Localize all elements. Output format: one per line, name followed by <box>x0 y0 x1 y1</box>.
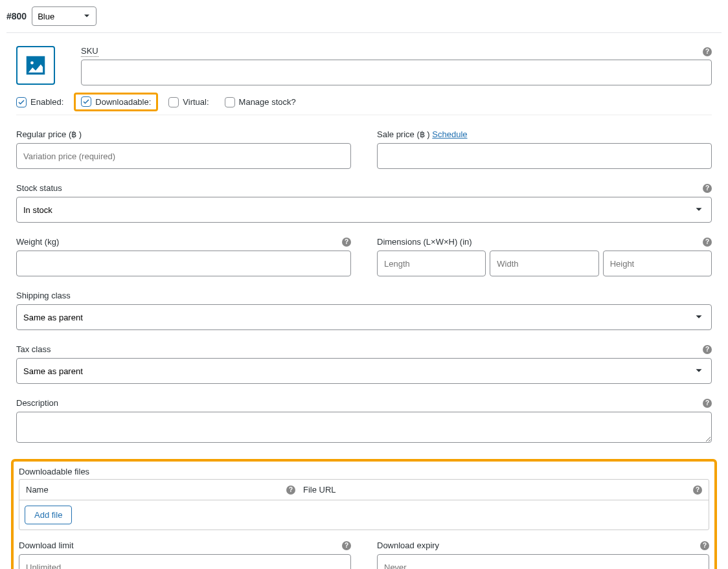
virtual-label: Virtual: <box>183 97 209 107</box>
description-textarea[interactable] <box>16 412 712 443</box>
table-header-name: Name <box>26 485 49 495</box>
help-icon[interactable]: ? <box>700 541 709 550</box>
weight-label: Weight (kg) <box>16 237 59 247</box>
shipping-class-select[interactable]: Same as parent <box>16 304 712 330</box>
sale-price-input[interactable] <box>377 143 712 169</box>
downloadable-checkbox[interactable] <box>81 96 91 107</box>
help-icon[interactable]: ? <box>342 238 351 247</box>
manage-stock-label: Manage stock? <box>239 97 296 107</box>
help-icon[interactable]: ? <box>703 345 712 354</box>
download-expiry-input[interactable] <box>377 554 709 569</box>
downloadable-highlight: Downloadable: <box>74 93 158 111</box>
height-input[interactable] <box>603 251 712 276</box>
width-input[interactable] <box>490 251 598 276</box>
enabled-label: Enabled: <box>30 97 63 107</box>
sku-input[interactable] <box>81 60 712 85</box>
downloadable-files-label: Downloadable files <box>19 467 709 476</box>
stock-status-label: Stock status <box>16 183 62 193</box>
dimensions-label: Dimensions (L×W×H) (in) <box>377 237 472 247</box>
variation-image-upload[interactable] <box>16 46 55 85</box>
help-icon[interactable]: ? <box>703 184 712 193</box>
download-expiry-label: Download expiry <box>377 541 439 550</box>
image-placeholder-icon <box>23 53 48 78</box>
attribute-select[interactable]: Blue <box>32 6 97 26</box>
description-label: Description <box>16 398 58 408</box>
downloadable-label: Downloadable: <box>95 97 151 107</box>
variation-id: #800 <box>6 11 27 21</box>
downloadable-files-table: Name ? File URL ? Add file <box>19 479 709 530</box>
download-limit-label: Download limit <box>19 541 74 550</box>
variation-header: #800 Blue <box>6 6 722 33</box>
help-icon[interactable]: ? <box>693 485 702 495</box>
virtual-checkbox[interactable] <box>168 97 179 107</box>
weight-input[interactable] <box>16 251 351 276</box>
enabled-checkbox[interactable] <box>16 97 27 107</box>
length-input[interactable] <box>377 251 486 276</box>
help-icon[interactable]: ? <box>286 485 295 495</box>
table-header-url: File URL <box>303 485 336 495</box>
sku-label: SKU <box>81 46 98 57</box>
help-icon[interactable]: ? <box>342 541 351 550</box>
sale-price-label: Sale price (฿ ) <box>377 129 430 139</box>
manage-stock-checkbox[interactable] <box>225 97 235 107</box>
tax-class-select[interactable]: Same as parent <box>16 358 712 384</box>
add-file-button[interactable]: Add file <box>25 506 72 524</box>
stock-status-select[interactable]: In stock <box>16 197 712 223</box>
regular-price-label: Regular price (฿ ) <box>16 129 82 139</box>
tax-class-label: Tax class <box>16 344 51 354</box>
help-icon[interactable]: ? <box>703 238 712 247</box>
help-icon[interactable]: ? <box>703 399 712 408</box>
downloadable-section-highlight: Downloadable files Name ? File URL ? Add… <box>11 459 717 569</box>
help-icon[interactable]: ? <box>703 47 712 56</box>
shipping-class-label: Shipping class <box>16 291 71 300</box>
download-limit-input[interactable] <box>19 554 351 569</box>
regular-price-input[interactable] <box>16 143 351 169</box>
schedule-link[interactable]: Schedule <box>432 129 467 139</box>
